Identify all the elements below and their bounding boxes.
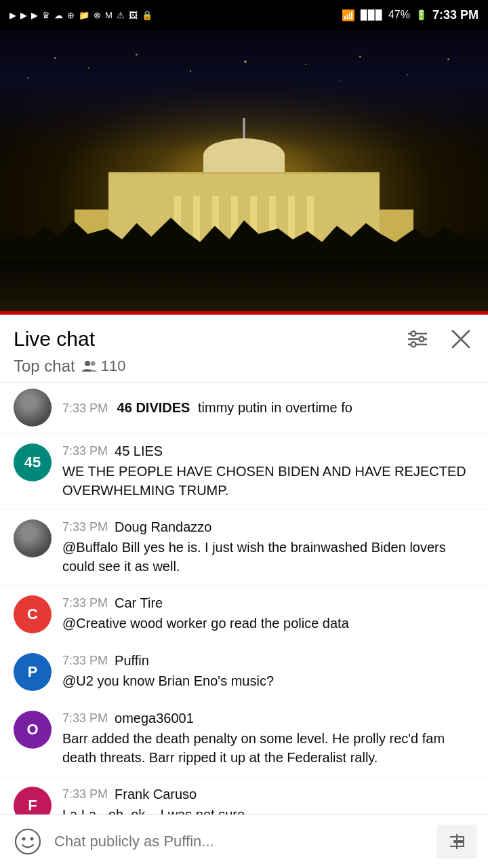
signal-icon: ▉▉▉ — [361, 9, 383, 20]
light — [359, 56, 361, 58]
light — [305, 64, 306, 65]
battery-icon: 🔋 — [415, 9, 427, 20]
avatar-letter: O — [26, 721, 38, 738]
light — [407, 74, 408, 75]
chat-input[interactable] — [54, 825, 427, 859]
video-player[interactable] — [0, 30, 488, 315]
viewer-count: 110 — [82, 357, 126, 375]
svg-point-11 — [22, 837, 26, 841]
clock: 7:33 PM — [432, 8, 479, 22]
message-author: Puffin — [115, 653, 149, 669]
table-row: O 7:33 PM omega36001 Barr added the deat… — [0, 701, 488, 777]
message-time: 7:33 PM — [62, 711, 108, 726]
reflection — [0, 260, 488, 315]
message-text: @Buffalo Bill yes he is. I just wish the… — [62, 538, 474, 576]
message-author: Doug Randazzo — [115, 519, 211, 535]
table-row: 45 7:33 PM 45 LIES WE THE PEOPLE HAVE CH… — [0, 434, 488, 510]
table-row: 7:33 PM Doug Randazzo @Buffalo Bill yes … — [0, 510, 488, 586]
avatar — [14, 389, 52, 427]
message-author: Frank Caruso — [115, 787, 197, 802]
video-progress-bar[interactable] — [0, 311, 488, 315]
avatar: C — [14, 595, 52, 633]
wifi-icon: 📶 — [342, 9, 355, 22]
send-icon — [445, 831, 469, 852]
notif-icon-triangle: ⚠ — [117, 10, 125, 20]
chat-settings-button[interactable] — [404, 326, 431, 353]
chat-message-partial: 7:33 PM 46 DIVIDES timmy putin in overti… — [0, 383, 488, 434]
battery-percent: 47% — [388, 9, 410, 21]
chat-input-area — [0, 814, 488, 868]
message-time: 7:33 PM — [62, 520, 108, 534]
avatar: P — [14, 653, 52, 691]
svg-point-8 — [85, 361, 90, 366]
notif-icon-folder: 📁 — [79, 10, 89, 20]
status-bar: ▶ ▶ ▶ ♛ ☁ ⊕ 📁 ⊗ M ⚠ 🖼 🔒 📶 ▉▉▉ 47% 🔋 7:33… — [0, 0, 488, 30]
notif-icon-lock: 🔒 — [142, 10, 152, 20]
message-content: 7:33 PM omega36001 Barr added the death … — [62, 711, 474, 767]
partial-author: 46 DIVIDES — [117, 400, 190, 415]
message-content: 7:33 PM Puffin @U2 you know Brian Eno's … — [62, 653, 474, 690]
avatar-letter: P — [28, 663, 38, 681]
avatar-letter: F — [28, 797, 37, 814]
message-text: Barr added the death penalty on some lev… — [62, 729, 474, 767]
people-icon — [82, 360, 97, 372]
svg-point-12 — [30, 837, 34, 841]
notif-icon-crown: ♛ — [42, 10, 50, 20]
notif-icon-cloud: ☁ — [54, 10, 63, 20]
svg-point-3 — [420, 337, 424, 342]
message-time: 7:33 PM — [62, 654, 108, 668]
viewer-number: 110 — [101, 357, 126, 375]
svg-point-1 — [411, 332, 416, 336]
message-text: @U2 you know Brian Eno's music? — [62, 671, 474, 690]
message-content: 7:33 PM Car Tire @Creative wood worker g… — [62, 595, 474, 633]
avatar — [14, 519, 52, 557]
light — [190, 71, 191, 72]
notif-icon-img: 🖼 — [129, 10, 138, 20]
notif-icon-circle: ⊕ — [67, 10, 75, 20]
message-author: 45 LIES — [115, 443, 163, 459]
chat-header: Live chat Top — [0, 315, 488, 383]
notif-icon-2: ▶ — [20, 10, 27, 20]
chat-messages-list: 45 7:33 PM 45 LIES WE THE PEOPLE HAVE CH… — [0, 434, 488, 868]
top-chat-label: Top chat — [14, 357, 75, 376]
notif-icon-3: ▶ — [31, 10, 38, 20]
message-time: 7:33 PM — [62, 787, 108, 802]
light — [88, 67, 89, 68]
message-text: WE THE PEOPLE HAVE CHOSEN BIDEN AND HAVE… — [62, 462, 474, 500]
status-left: ▶ ▶ ▶ ♛ ☁ ⊕ 📁 ⊗ M ⚠ 🖼 🔒 — [9, 10, 152, 20]
notif-icon-1: ▶ — [9, 10, 16, 20]
avatar: O — [14, 711, 52, 749]
sliders-icon — [407, 330, 428, 349]
avatar-letter: 45 — [24, 454, 41, 471]
svg-point-5 — [411, 342, 416, 347]
light — [54, 57, 56, 59]
message-time: 7:33 PM — [62, 596, 108, 610]
notif-icon-pokeball: ⊗ — [94, 10, 101, 20]
partial-text: timmy putin in overtime fo — [198, 400, 352, 415]
message-time: 7:33 PM — [62, 444, 108, 458]
send-button[interactable] — [436, 825, 477, 859]
message-content: 7:33 PM Doug Randazzo @Buffalo Bill yes … — [62, 519, 474, 576]
svg-point-9 — [90, 361, 95, 366]
svg-point-10 — [16, 829, 40, 854]
message-author: Car Tire — [115, 595, 163, 611]
status-right: 📶 ▉▉▉ 47% 🔋 7:33 PM — [342, 8, 479, 22]
table-row: P 7:33 PM Puffin @U2 you know Brian Eno'… — [0, 644, 488, 701]
message-text: @Creative wood worker go read the police… — [62, 614, 474, 633]
message-author: omega36001 — [115, 711, 194, 726]
close-chat-button[interactable] — [447, 326, 474, 353]
live-chat-title: Live chat — [14, 328, 95, 351]
avatar-letter: C — [27, 606, 38, 623]
avatar: 45 — [14, 443, 52, 481]
notif-icon-m: M — [105, 10, 113, 20]
light — [27, 77, 28, 79]
light — [244, 60, 247, 63]
emoji-button[interactable] — [11, 825, 45, 859]
close-icon — [451, 329, 471, 349]
message-content: 7:33 PM 45 LIES WE THE PEOPLE HAVE CHOSE… — [62, 443, 474, 500]
light — [447, 58, 449, 60]
light — [339, 81, 340, 82]
header-actions — [404, 326, 474, 353]
table-row: C 7:33 PM Car Tire @Creative wood worker… — [0, 586, 488, 644]
light — [136, 54, 138, 56]
